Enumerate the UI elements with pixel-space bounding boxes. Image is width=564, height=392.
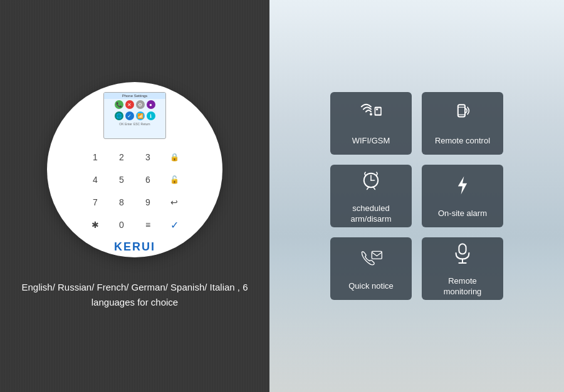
- svg-marker-12: [458, 177, 467, 195]
- feature-card-scheduled-arm[interactable]: scheduled arm/disarm: [330, 165, 412, 227]
- svg-line-10: [367, 187, 368, 189]
- right-panel: WIFI/GSM Remote control: [269, 0, 564, 392]
- svg-rect-14: [459, 244, 466, 254]
- wifi-gsm-label: WIFI/GSM: [352, 136, 390, 147]
- keypad: 1 2 3 🔒 4 5 6 🔓 7 8 9 ↩ ✱ 0 ≡ ✓: [80, 144, 189, 238]
- feature-card-quick-notice[interactable]: Quick notice: [330, 237, 412, 300]
- svg-line-11: [373, 187, 375, 189]
- key-check[interactable]: ✓: [162, 214, 187, 235]
- svg-point-0: [370, 113, 372, 115]
- key-unlock[interactable]: 🔓: [162, 169, 187, 190]
- feature-card-remote-control[interactable]: Remote control: [422, 92, 503, 155]
- screen-bottom-row: OK Enter ESC Return: [104, 121, 165, 126]
- key-5[interactable]: 5: [109, 169, 134, 190]
- screen-icons-row-2: 🌐 ✓ 📶 ℹ: [104, 110, 165, 121]
- language-text: English/ Russian/ French/ German/ Spanis…: [0, 280, 269, 310]
- left-panel: Phone Settings 📞 ✕ ⚙ ● 🌐 ✓ 📶 ℹ OK Enter …: [0, 0, 269, 392]
- remote-monitoring-label: Remote monitoring: [444, 276, 482, 297]
- key-9[interactable]: 9: [135, 192, 160, 213]
- language-description: English/ Russian/ French/ German/ Spanis…: [21, 282, 248, 307]
- on-site-alarm-label: On-site alarm: [438, 209, 487, 219]
- lightning-icon: [450, 173, 475, 205]
- screen-icons-row-1: 📞 ✕ ⚙ ●: [104, 99, 165, 110]
- screen-icon-info: ℹ: [147, 111, 155, 120]
- screen-icon-x: ✕: [125, 100, 134, 109]
- screen-icon-circle: ●: [147, 100, 155, 109]
- microphone-icon: [450, 240, 475, 272]
- key-menu[interactable]: ≡: [135, 214, 160, 235]
- screen-icon-wifi: 📶: [136, 111, 145, 120]
- device-circle: Phone Settings 📞 ✕ ⚙ ● 🌐 ✓ 📶 ℹ OK Enter …: [47, 82, 222, 257]
- remote-control-icon: [450, 100, 475, 132]
- clock-icon: [358, 168, 384, 200]
- screen-nav-return: ESC Return: [133, 122, 150, 126]
- key-6[interactable]: 6: [135, 169, 160, 190]
- screen-nav-enter: OK Enter: [119, 122, 132, 126]
- screen-icon-check: ✓: [125, 111, 134, 120]
- key-2[interactable]: 2: [109, 147, 134, 168]
- screen-icon-phone: 📞: [115, 100, 123, 109]
- device-container: Phone Settings 📞 ✕ ⚙ ● 🌐 ✓ 📶 ℹ OK Enter …: [47, 82, 222, 257]
- screen-icon-gear: ⚙: [136, 100, 145, 109]
- remote-control-label: Remote control: [435, 136, 490, 147]
- scheduled-arm-label: scheduled arm/disarm: [350, 204, 391, 225]
- screen-title: Phone Settings: [104, 93, 165, 99]
- notice-icon: [358, 245, 384, 277]
- screen-icon-globe: 🌐: [115, 111, 123, 120]
- key-7[interactable]: 7: [83, 192, 108, 213]
- wifi-gsm-icon: [358, 100, 384, 132]
- feature-card-on-site-alarm[interactable]: On-site alarm: [422, 165, 503, 227]
- device-screen: Phone Settings 📞 ✕ ⚙ ● 🌐 ✓ 📶 ℹ OK Enter …: [103, 92, 166, 139]
- key-4[interactable]: 4: [83, 169, 108, 190]
- key-0[interactable]: 0: [109, 214, 134, 235]
- key-3[interactable]: 3: [135, 147, 160, 168]
- key-8[interactable]: 8: [109, 192, 134, 213]
- quick-notice-label: Quick notice: [348, 281, 394, 292]
- key-star[interactable]: ✱: [83, 214, 108, 235]
- feature-card-remote-monitoring[interactable]: Remote monitoring: [422, 237, 503, 300]
- svg-rect-13: [372, 251, 382, 259]
- svg-rect-3: [376, 109, 378, 110]
- key-lock[interactable]: 🔒: [162, 147, 187, 168]
- feature-grid: WIFI/GSM Remote control: [318, 80, 516, 312]
- brand-label: KERUI: [114, 240, 155, 254]
- feature-card-wifi-gsm[interactable]: WIFI/GSM: [330, 92, 412, 155]
- key-1[interactable]: 1: [83, 147, 108, 168]
- key-return[interactable]: ↩: [162, 192, 187, 213]
